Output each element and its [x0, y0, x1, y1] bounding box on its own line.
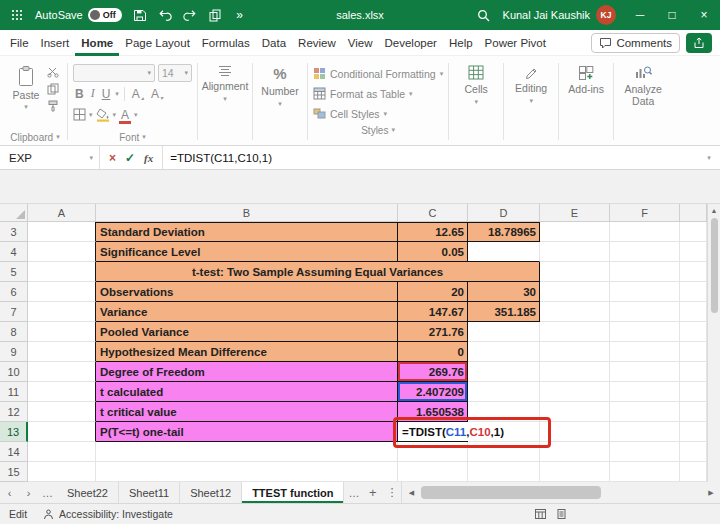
- grid-cell[interactable]: [540, 282, 610, 302]
- grid-cell[interactable]: [610, 342, 680, 362]
- col-header-A[interactable]: A: [28, 204, 96, 222]
- grid-cell[interactable]: [540, 262, 610, 282]
- sheet-tab-sheet22[interactable]: Sheet22: [57, 482, 119, 503]
- grid-cell[interactable]: [28, 402, 96, 422]
- decrease-font-icon[interactable]: A▾: [149, 87, 165, 101]
- formula-input[interactable]: =TDIST(C11,C10,1): [163, 146, 698, 169]
- name-box-dropdown-icon[interactable]: ▾: [89, 154, 99, 162]
- name-box[interactable]: EXP ▾: [0, 146, 100, 169]
- grid-cell[interactable]: [610, 402, 680, 422]
- font-dialog-launcher[interactable]: ▾: [142, 133, 146, 141]
- col-header-E[interactable]: E: [540, 204, 610, 222]
- analyze-data-button[interactable]: Analyze Data: [615, 58, 671, 145]
- cell-D12[interactable]: [468, 402, 540, 422]
- scroll-left-icon[interactable]: ◀: [404, 489, 418, 497]
- scroll-up-icon[interactable]: ▲: [711, 204, 718, 217]
- cell-B7[interactable]: Variance: [96, 302, 398, 322]
- grid-cell[interactable]: [680, 382, 707, 402]
- cell-B8[interactable]: Pooled Variance: [96, 322, 398, 342]
- grid-cell[interactable]: [96, 442, 398, 462]
- minimize-button[interactable]: ─: [624, 0, 656, 30]
- menu-tab-file[interactable]: File: [4, 30, 35, 56]
- grid-cell[interactable]: [28, 262, 96, 282]
- grid-cell[interactable]: [28, 342, 96, 362]
- grid-cell[interactable]: [540, 442, 610, 462]
- grid-cell[interactable]: [610, 262, 680, 282]
- grid-cell[interactable]: [28, 422, 96, 442]
- cell-B13[interactable]: P(T<=t) one-tail: [96, 422, 398, 442]
- document-title[interactable]: sales.xlsx: [336, 9, 384, 21]
- sheet-nav-left-icon[interactable]: ‹: [0, 482, 19, 503]
- cell-D11[interactable]: [468, 382, 540, 402]
- cut-icon[interactable]: [47, 66, 59, 78]
- select-all-button[interactable]: [0, 204, 28, 222]
- row-header-8[interactable]: 8: [0, 322, 28, 342]
- grid-cell[interactable]: [610, 282, 680, 302]
- close-button[interactable]: ×: [688, 0, 720, 30]
- editing-group-button[interactable]: Editing ▾: [505, 58, 557, 145]
- cells-group-button[interactable]: Cells ▾: [450, 58, 502, 145]
- row-header-14[interactable]: 14: [0, 442, 28, 462]
- underline-button[interactable]: U: [100, 87, 113, 101]
- comments-button[interactable]: Comments: [591, 33, 680, 53]
- italic-button[interactable]: I: [89, 86, 97, 101]
- row-header-9[interactable]: 9: [0, 342, 28, 362]
- share-button[interactable]: [686, 33, 712, 53]
- borders-icon[interactable]: [73, 108, 86, 121]
- grid-cell[interactable]: [28, 242, 96, 262]
- row-header-3[interactable]: 3: [0, 222, 28, 242]
- redo-icon[interactable]: [179, 3, 201, 27]
- menu-tab-view[interactable]: View: [342, 30, 379, 56]
- menu-tab-help[interactable]: Help: [443, 30, 479, 56]
- cell-D6[interactable]: 30: [468, 282, 540, 302]
- grid-cell[interactable]: [680, 322, 707, 342]
- sheet-tab-sheet11[interactable]: Sheet11: [119, 482, 180, 503]
- menu-tab-review[interactable]: Review: [292, 30, 342, 56]
- grid-cell[interactable]: [610, 382, 680, 402]
- insert-function-icon[interactable]: fx: [144, 152, 153, 164]
- cell-B4[interactable]: Significance Level: [96, 242, 398, 262]
- cell-D9[interactable]: [468, 342, 540, 362]
- row-header-6[interactable]: 6: [0, 282, 28, 302]
- font-color-icon[interactable]: A: [119, 108, 131, 122]
- grid-cell[interactable]: [680, 222, 707, 242]
- row-header-7[interactable]: 7: [0, 302, 28, 322]
- grid-cell[interactable]: [540, 382, 610, 402]
- copy-icon[interactable]: [47, 83, 59, 95]
- row-header-11[interactable]: 11: [0, 382, 28, 402]
- paste-button[interactable]: Paste ▾: [8, 60, 44, 111]
- cell-C4[interactable]: 0.05: [398, 242, 468, 262]
- scroll-right-icon[interactable]: ▶: [704, 489, 718, 497]
- cell-C13[interactable]: =TDIST(C11,C10,1): [398, 422, 468, 442]
- grid-cell[interactable]: [468, 462, 540, 482]
- row-header-4[interactable]: 4: [0, 242, 28, 262]
- grid-cell[interactable]: [680, 282, 707, 302]
- grid-cell[interactable]: [680, 462, 707, 482]
- grid-cell[interactable]: [610, 422, 680, 442]
- view-normal-icon[interactable]: [535, 509, 546, 519]
- font-name-combo[interactable]: ▾: [73, 64, 155, 82]
- grid-cell[interactable]: [680, 422, 707, 442]
- menu-tab-insert[interactable]: Insert: [35, 30, 76, 56]
- sheet-overflow-icon[interactable]: …: [344, 482, 363, 503]
- grid-cell[interactable]: [610, 462, 680, 482]
- cell-B9[interactable]: Hypothesized Mean Difference: [96, 342, 398, 362]
- grid-cell[interactable]: [610, 242, 680, 262]
- save-icon[interactable]: [129, 3, 151, 27]
- grid-cell[interactable]: [680, 342, 707, 362]
- grid-cell[interactable]: [540, 402, 610, 422]
- conditional-formatting-button[interactable]: Conditional Formatting▾: [313, 65, 443, 82]
- col-header-F[interactable]: F: [610, 204, 680, 222]
- maximize-button[interactable]: □: [656, 0, 688, 30]
- grid-cell[interactable]: [680, 362, 707, 382]
- row-header-13[interactable]: 13: [0, 422, 28, 442]
- grid-cell[interactable]: [680, 302, 707, 322]
- col-header-partial[interactable]: [680, 204, 707, 222]
- row-header-10[interactable]: 10: [0, 362, 28, 382]
- menu-tab-data[interactable]: Data: [256, 30, 292, 56]
- sheet-list-icon[interactable]: …: [38, 482, 57, 503]
- grid-cell[interactable]: [680, 402, 707, 422]
- grid-cell[interactable]: [540, 422, 610, 442]
- row-header-15[interactable]: 15: [0, 462, 28, 482]
- alignment-group-button[interactable]: Alignment ▾: [199, 58, 251, 145]
